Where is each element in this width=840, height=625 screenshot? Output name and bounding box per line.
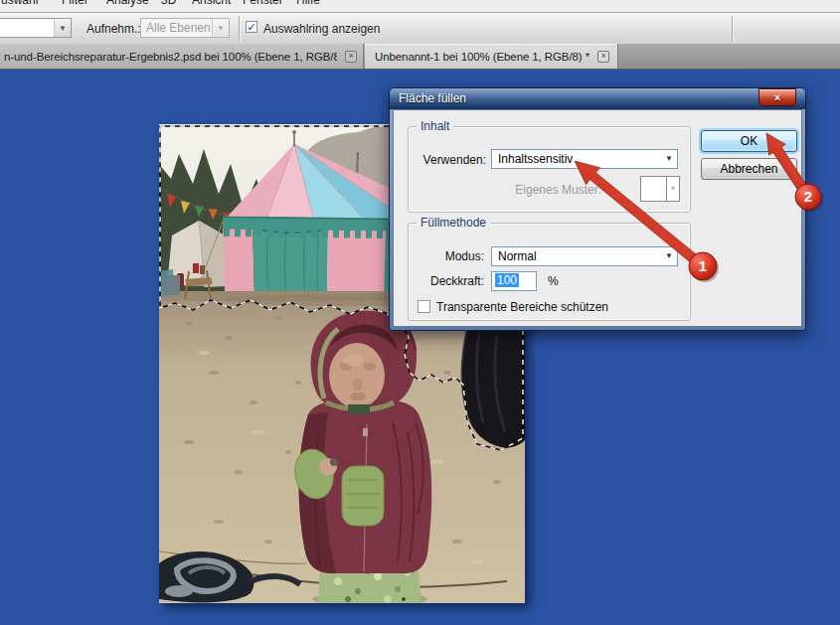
fuellmethode-legend: Füllmethode [417, 216, 490, 230]
menu-item-analyse[interactable]: Analyse [106, 0, 149, 7]
dialog-titlebar[interactable]: Fläche füllen [390, 88, 805, 109]
menu-item-ansicht[interactable]: Ansicht [192, 0, 231, 7]
verwenden-value: Inhaltssensitiv [492, 152, 661, 166]
chevron-down-icon: ▼ [54, 19, 71, 37]
menu-item-hilfe[interactable]: Hilfe [296, 0, 320, 7]
chevron-down-icon: ▼ [667, 177, 679, 201]
modus-label: Modus: [409, 249, 484, 263]
right-cuff [342, 466, 384, 526]
tool-options-bar: ▼ Aufnehm.: Alle Ebenen ▼ ✓ Auswahlring … [0, 13, 840, 45]
modus-value: Normal [492, 249, 661, 263]
inhalt-group: Inhalt Verwenden: Inhaltssensitiv ▼ Eige… [408, 126, 691, 213]
chevron-down-icon: ▼ [212, 19, 229, 37]
chevron-down-icon: ▼ [661, 150, 677, 168]
aufnehm-dropdown[interactable]: Alle Ebenen ▼ [140, 18, 230, 38]
tool-preset-dropdown[interactable]: ▼ [0, 18, 72, 38]
divider [239, 16, 240, 41]
close-button[interactable]: × [758, 88, 796, 106]
close-icon[interactable]: × [345, 51, 357, 63]
verwenden-dropdown[interactable]: Inhaltssensitiv ▼ [491, 149, 678, 169]
menu-item-fenster[interactable]: Fenster [243, 0, 283, 7]
percent-label: % [548, 274, 559, 288]
dialog-title: Fläche füllen [399, 91, 466, 105]
document-tab-bar: n-und-Bereichsreparatur-Ergebnis2.psd be… [0, 44, 840, 70]
pattern-swatch-picker[interactable]: ▼ [640, 176, 680, 202]
menu-bar: uswahl Filter Analyse 3D Ansicht Fenster… [0, 0, 840, 13]
tab-label: Unbenannt-1 bei 100% (Ebene 1, RGB/8) * [365, 51, 589, 63]
transparent-label[interactable]: Transparente Bereiche schützen [436, 300, 608, 314]
eigenes-muster-label: Eigenes Muster: [468, 183, 601, 197]
fill-dialog: Fläche füllen × Inhalt Verwenden: Inhalt… [389, 87, 806, 331]
aufnehm-label: Aufnehm.: [86, 22, 141, 36]
tab-label: n-und-Bereichsreparatur-Ergebnis2.psd be… [0, 51, 337, 63]
close-icon[interactable]: × [597, 51, 609, 63]
cancel-button[interactable]: Abbrechen [701, 158, 797, 180]
auswahlring-checkbox[interactable]: ✓ [246, 21, 257, 33]
deckkraft-value: 100 [495, 273, 519, 287]
divider [732, 16, 733, 41]
modus-dropdown[interactable]: Normal ▼ [491, 246, 678, 266]
transparent-checkbox[interactable] [418, 300, 430, 313]
menu-item-auswahl[interactable]: uswahl [1, 0, 38, 7]
child-figure [290, 311, 431, 603]
pattern-well [641, 177, 667, 201]
menu-item-filter[interactable]: Filter [62, 0, 88, 7]
ok-button[interactable]: OK [701, 130, 797, 152]
deckkraft-input[interactable]: 100 [491, 271, 537, 291]
aufnehm-value: Alle Ebenen [141, 21, 212, 35]
inhalt-legend: Inhalt [417, 119, 453, 133]
tab-bereichsreparatur-psd[interactable]: n-und-Bereichsreparatur-Ergebnis2.psd be… [0, 44, 364, 69]
menu-item-3d[interactable]: 3D [161, 0, 176, 7]
dialog-body: Inhalt Verwenden: Inhaltssensitiv ▼ Eige… [393, 109, 802, 327]
tab-unbenannt-1[interactable]: Unbenannt-1 bei 100% (Ebene 1, RGB/8) * … [365, 44, 618, 69]
deckkraft-label: Deckkraft: [409, 274, 484, 288]
auswahlring-label[interactable]: Auswahlring anzeigen [263, 22, 380, 36]
verwenden-label: Verwenden: [409, 153, 486, 167]
chevron-down-icon: ▼ [661, 247, 677, 265]
fuellmethode-group: Füllmethode Modus: Normal ▼ Deckkraft: 1… [408, 223, 691, 321]
